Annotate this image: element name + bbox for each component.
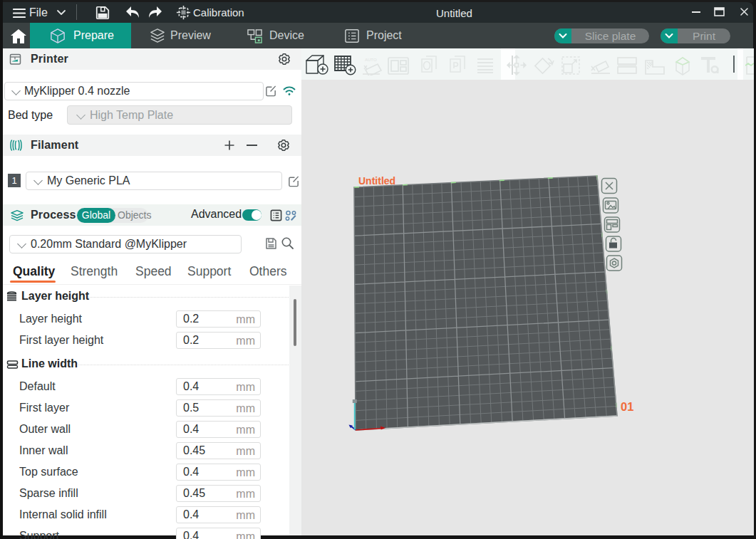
svg-text:Untitled: Untitled xyxy=(358,175,395,187)
svg-text:01: 01 xyxy=(621,400,633,413)
